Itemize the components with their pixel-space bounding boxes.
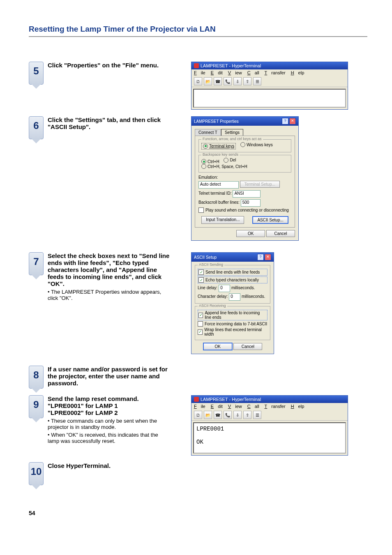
dialog-titlebar: ASCII Setup ? ✕ bbox=[191, 253, 274, 262]
cancel-button[interactable]: Cancel bbox=[266, 230, 295, 237]
ascii-setup-button[interactable]: ASCII Setup... bbox=[252, 216, 288, 224]
ok-button[interactable]: OK bbox=[236, 230, 265, 237]
tb-open-icon[interactable]: 📂 bbox=[204, 411, 212, 419]
step-8-number: 8 bbox=[29, 366, 44, 389]
emulation-select[interactable]: Auto detect bbox=[198, 181, 239, 189]
menu-view[interactable]: View bbox=[228, 404, 242, 409]
radio-ctrlh-space[interactable]: Ctrl+H, Space, Ctrl+H bbox=[201, 164, 247, 169]
ms-label: milliseconds. bbox=[242, 294, 265, 299]
send-line-ends-checkbox[interactable]: Send line ends with line feeds bbox=[198, 269, 267, 276]
app-icon bbox=[194, 63, 199, 68]
tb-new-icon[interactable]: 🗋 bbox=[194, 77, 202, 85]
menu-edit[interactable]: Edit bbox=[211, 70, 223, 75]
window-title: LAMPRESET - HyperTerminal bbox=[201, 63, 261, 68]
terminal-output: LPRE0001 OK bbox=[193, 422, 346, 454]
step-9-sub2: • When "OK" is received, this indicates … bbox=[48, 432, 171, 444]
tb-send-icon[interactable]: ⇩ bbox=[233, 411, 242, 419]
char-delay-label: Character delay: bbox=[198, 294, 228, 299]
step-5-text: Click "Properties" on the "File" menu. bbox=[48, 62, 171, 69]
telnet-id-label: Telnet terminal ID: bbox=[198, 191, 232, 196]
terminal-setup-button[interactable]: Terminal Setup... bbox=[240, 181, 280, 188]
emulation-label: Emulation: bbox=[198, 175, 291, 180]
menu-call[interactable]: Call bbox=[247, 70, 259, 75]
menu-bar: File Edit View Call Transfer Help bbox=[191, 69, 348, 76]
tb-disconnect-icon[interactable]: 📞 bbox=[224, 411, 232, 419]
tb-send-icon[interactable]: ⇩ bbox=[233, 77, 242, 85]
echo-typed-checkbox[interactable]: Echo typed characters locally bbox=[198, 276, 267, 283]
step-10-number: 10 bbox=[29, 462, 44, 485]
tb-receive-icon[interactable]: ⇧ bbox=[243, 77, 251, 85]
radio-ctrlh[interactable]: Ctrl+H bbox=[201, 159, 219, 164]
line-delay-label: Line delay: bbox=[198, 286, 217, 290]
window-titlebar: LAMPRESET - HyperTerminal bbox=[191, 396, 348, 403]
group-ascii-sending: ASCII Sending bbox=[198, 263, 224, 267]
step-9-sub1: • These commands can only be sent when t… bbox=[48, 418, 171, 430]
hyperterminal-window-1: LAMPRESET - HyperTerminal File Edit View… bbox=[191, 62, 348, 110]
tb-props-icon[interactable]: ☰ bbox=[253, 411, 261, 419]
telnet-id-field[interactable]: ANSI bbox=[233, 190, 261, 198]
char-delay-field[interactable]: 0 bbox=[229, 293, 240, 301]
step-7-number: 7 bbox=[29, 252, 44, 275]
tb-new-icon[interactable]: 🗋 bbox=[194, 411, 202, 419]
tb-open-icon[interactable]: 📂 bbox=[204, 77, 212, 85]
page-number: 54 bbox=[29, 510, 35, 516]
group-ascii-receiving: ASCII Receiving bbox=[198, 304, 227, 308]
force-7bit-checkbox[interactable]: Force incoming data to 7-bit ASCII bbox=[198, 321, 267, 327]
tb-connect-icon[interactable]: ☎ bbox=[214, 411, 222, 419]
backscroll-field[interactable]: 500 bbox=[241, 199, 261, 207]
dialog-titlebar: LAMPRESET Properties ? ✕ bbox=[191, 117, 298, 126]
step-9-text: Send the lamp reset command. bbox=[48, 395, 171, 402]
ok-button[interactable]: OK bbox=[203, 343, 233, 350]
wrap-lines-checkbox[interactable]: Wrap lines that exceed terminal width bbox=[198, 327, 267, 336]
window-title: LAMPRESET - HyperTerminal bbox=[201, 397, 261, 402]
page-title: Resetting the Lamp Timer of the Projecto… bbox=[29, 25, 367, 37]
step-6-number: 6 bbox=[29, 116, 44, 139]
tb-connect-icon[interactable]: ☎ bbox=[214, 77, 222, 85]
step-7-text: Select the check boxes next to "Send lin… bbox=[48, 252, 171, 287]
menu-bar: File Edit View Call Transfer Help bbox=[191, 403, 348, 410]
step-9-number: 9 bbox=[29, 395, 44, 418]
close-icon[interactable]: ✕ bbox=[289, 118, 296, 124]
menu-help[interactable]: Help bbox=[291, 404, 304, 409]
group-function-keys: Function, arrow, and ctrl keys act as bbox=[201, 137, 263, 141]
tb-receive-icon[interactable]: ⇧ bbox=[243, 411, 251, 419]
backscroll-label: Backscroll buffer lines: bbox=[198, 200, 240, 205]
radio-windows-keys[interactable]: Windows keys bbox=[240, 142, 273, 147]
properties-dialog: LAMPRESET Properties ? ✕ Connect T Setti… bbox=[191, 116, 299, 241]
tab-settings[interactable]: Settings bbox=[221, 129, 243, 136]
line-delay-field[interactable]: 0 bbox=[219, 285, 230, 292]
menu-edit[interactable]: Edit bbox=[211, 404, 223, 409]
menu-file[interactable]: File bbox=[194, 70, 205, 75]
tab-connect-to[interactable]: Connect T bbox=[195, 129, 221, 136]
help-icon[interactable]: ? bbox=[257, 254, 264, 260]
menu-transfer[interactable]: Transfer bbox=[265, 404, 286, 409]
help-icon[interactable]: ? bbox=[282, 118, 288, 124]
hyperterminal-window-2: LAMPRESET - HyperTerminal File Edit View… bbox=[191, 395, 348, 456]
cancel-button[interactable]: Cancel bbox=[233, 343, 262, 350]
play-sound-checkbox[interactable]: Play sound when connecting or disconnect… bbox=[198, 207, 291, 213]
input-translation-button[interactable]: Input Translation... bbox=[201, 216, 244, 224]
ascii-setup-dialog: ASCII Setup ? ✕ ASCII Sending Send line … bbox=[191, 252, 274, 354]
step-9-lpre1: "LPRE0001" for LAMP 1 bbox=[48, 402, 171, 409]
menu-transfer[interactable]: Transfer bbox=[265, 70, 286, 75]
close-icon[interactable]: ✕ bbox=[265, 254, 271, 260]
dialog-title: LAMPRESET Properties bbox=[194, 119, 239, 124]
toolbar: 🗋 📂 ☎ 📞 ⇩ ⇧ ☰ bbox=[191, 410, 348, 421]
menu-call[interactable]: Call bbox=[247, 404, 259, 409]
menu-file[interactable]: File bbox=[194, 404, 205, 409]
tb-disconnect-icon[interactable]: 📞 bbox=[224, 77, 232, 85]
tb-props-icon[interactable]: ☰ bbox=[253, 77, 261, 85]
step-8-text: If a user name and/or password is set fo… bbox=[48, 366, 171, 387]
append-line-feeds-checkbox[interactable]: Append line feeds to incoming line ends bbox=[198, 310, 267, 320]
step-9-lpre2: "LPRE0002" for LAMP 2 bbox=[48, 409, 171, 416]
terminal-output bbox=[193, 89, 346, 108]
step-5-number: 5 bbox=[29, 62, 44, 85]
app-icon bbox=[194, 397, 199, 402]
step-6-text: Click the "Settings" tab, and then click… bbox=[48, 116, 171, 130]
menu-view[interactable]: View bbox=[228, 70, 242, 75]
menu-help[interactable]: Help bbox=[291, 70, 304, 75]
radio-del[interactable]: Del bbox=[224, 158, 236, 163]
window-titlebar: LAMPRESET - HyperTerminal bbox=[191, 62, 348, 69]
step-7-sub: • The LAMPRESET Properties window appear… bbox=[48, 289, 171, 301]
radio-terminal-keys[interactable]: Terminal keys bbox=[201, 143, 236, 150]
